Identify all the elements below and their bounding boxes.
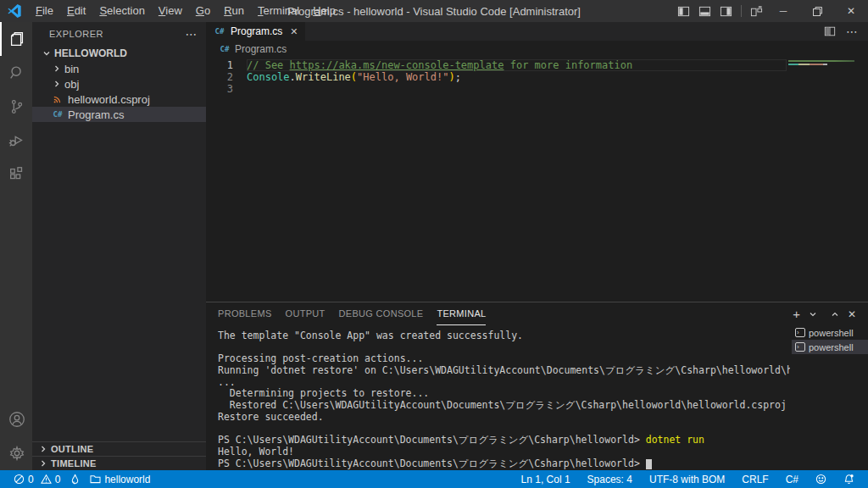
menu-bar: File Edit Selection View Go Run Terminal…: [29, 0, 342, 22]
cursor-position-status[interactable]: Ln 1, Col 1: [516, 470, 576, 488]
breadcrumb-item: Program.cs: [235, 43, 287, 55]
search-icon[interactable]: [0, 56, 32, 90]
csproj-file-icon: [51, 93, 64, 105]
close-tab-icon[interactable]: ✕: [290, 26, 298, 37]
explorer-more-actions-icon[interactable]: ⋯: [186, 27, 198, 41]
chevron-right-icon: [37, 443, 49, 455]
close-window-button[interactable]: ✕: [834, 0, 868, 22]
split-editor-icon[interactable]: [824, 25, 836, 37]
chevron-right-icon: [37, 458, 49, 469]
menu-terminal[interactable]: Terminal: [251, 0, 306, 22]
encoding-status[interactable]: UTF-8 with BOM: [644, 470, 730, 488]
menu-file[interactable]: File: [29, 0, 60, 22]
code-line-3[interactable]: 3: [206, 83, 868, 95]
minimize-button[interactable]: ─: [766, 0, 800, 22]
terminal-icon: ›: [795, 328, 805, 337]
problems-status[interactable]: 0 0: [8, 470, 65, 488]
source-control-icon[interactable]: [0, 90, 32, 124]
tab-problems[interactable]: PROBLEMS: [218, 303, 272, 325]
omnisharp-flame-status[interactable]: [65, 470, 85, 488]
bottom-panel: PROBLEMS OUTPUT DEBUG CONSOLE TERMINAL +…: [206, 302, 868, 470]
menu-view[interactable]: View: [152, 0, 189, 22]
warning-count: 0: [55, 474, 61, 485]
line-number: 3: [206, 83, 247, 95]
terminal-profile-dropdown-icon[interactable]: [809, 310, 817, 319]
tree-item-program-cs[interactable]: C# Program.cs: [32, 107, 206, 122]
menu-run[interactable]: Run: [217, 0, 251, 22]
toggle-panel-icon[interactable]: [698, 5, 711, 18]
explorer-icon[interactable]: [0, 22, 32, 56]
terminal-line: Restored C:\Users\WDAGUtilityAccount\Doc…: [218, 400, 790, 412]
workspace-folder-status[interactable]: helloworld: [85, 470, 155, 488]
status-bar: 0 0 helloworld Ln 1, Col 1 Spaces: 4 UTF…: [0, 470, 868, 488]
code-line-1[interactable]: 1 // See https://aka.ms/new-console-temp…: [206, 59, 868, 71]
code-token: WriteLine: [296, 71, 351, 83]
section-label: TIMELINE: [51, 458, 97, 469]
feedback-status[interactable]: [810, 470, 832, 488]
tree-item-label: bin: [64, 63, 79, 75]
vscode-logo-icon: [7, 3, 22, 19]
tree-item-obj[interactable]: obj: [32, 76, 206, 92]
restore-button[interactable]: [800, 0, 834, 22]
terminal-prompt-line: PS C:\Users\WDAGUtilityAccount\Documents…: [218, 435, 790, 446]
vscode-window: File Edit Selection View Go Run Terminal…: [0, 0, 868, 488]
new-terminal-icon[interactable]: +: [793, 307, 800, 321]
csharp-file-icon: C#: [213, 25, 226, 37]
close-panel-icon[interactable]: ✕: [848, 308, 856, 320]
tree-item-csproj[interactable]: helloworld.csproj: [32, 92, 206, 107]
indentation-status[interactable]: Spaces: 4: [582, 470, 637, 488]
outline-section[interactable]: OUTLINE: [32, 441, 206, 456]
account-icon[interactable]: [0, 402, 32, 436]
tree-item-bin[interactable]: bin: [32, 61, 206, 76]
editor-more-actions-icon[interactable]: ⋯: [846, 25, 858, 38]
sidebar-title: EXPLORER: [49, 29, 103, 39]
code-token: (: [351, 71, 357, 83]
terminal-instance-2[interactable]: › powershell: [792, 340, 868, 354]
customize-layout-icon[interactable]: [750, 5, 763, 18]
terminal-line: Processing post-creation actions...: [218, 353, 790, 365]
settings-gear-icon[interactable]: [0, 436, 32, 470]
code-token: ;: [455, 71, 461, 83]
tree-root-label: HELLOWORLD: [54, 47, 127, 59]
tab-debug-console[interactable]: DEBUG CONSOLE: [339, 303, 424, 325]
toggle-sidebar-icon[interactable]: [677, 5, 690, 18]
terminal-cursor: [646, 459, 652, 469]
run-debug-icon[interactable]: [0, 124, 32, 158]
menu-help[interactable]: Help: [306, 0, 342, 22]
extensions-icon[interactable]: [0, 158, 32, 191]
csharp-file-icon: C#: [51, 108, 64, 120]
tab-program-cs[interactable]: C# Program.cs ✕: [206, 22, 306, 41]
title-bar: File Edit Selection View Go Run Terminal…: [0, 0, 868, 22]
csharp-file-icon: C#: [218, 43, 231, 55]
terminal-output[interactable]: The template "Console App" was created s…: [206, 325, 790, 470]
code-link[interactable]: https://aka.ms/new-console-template: [290, 59, 504, 71]
terminal-line: [218, 342, 790, 354]
toggle-secondary-sidebar-icon[interactable]: [720, 5, 732, 18]
menu-edit[interactable]: Edit: [60, 0, 92, 22]
language-mode-status[interactable]: C#: [781, 470, 804, 488]
folder-name: helloworld: [104, 474, 150, 485]
errors-icon: [14, 474, 25, 485]
breadcrumb[interactable]: C# Program.cs: [206, 41, 868, 58]
maximize-panel-icon[interactable]: [831, 310, 839, 319]
tree-root-helloworld[interactable]: HELLOWORLD: [32, 46, 206, 61]
tab-terminal[interactable]: TERMINAL: [437, 303, 486, 325]
timeline-section[interactable]: TIMELINE: [32, 456, 206, 470]
tab-output[interactable]: OUTPUT: [286, 303, 326, 325]
code-line-2[interactable]: 2 Console.WriteLine("Hello, World!");: [206, 71, 868, 83]
feedback-smiley-icon: [815, 474, 826, 485]
terminal-instance-1[interactable]: › powershell: [792, 325, 868, 340]
line-number: 2: [206, 71, 247, 83]
code-editor[interactable]: 1 // See https://aka.ms/new-console-temp…: [206, 58, 868, 302]
tree-item-label: obj: [64, 78, 79, 91]
minimap[interactable]: [788, 60, 860, 94]
menu-selection[interactable]: Selection: [92, 0, 151, 22]
menu-go[interactable]: Go: [189, 0, 217, 22]
code-comment: // See: [247, 59, 290, 71]
eol-status[interactable]: CRLF: [737, 470, 773, 488]
chevron-right-icon: [51, 78, 63, 90]
section-label: OUTLINE: [51, 444, 93, 454]
terminal-line: The template "Console App" was created s…: [218, 330, 790, 342]
terminal-line: [218, 424, 790, 435]
notifications-status[interactable]: [838, 470, 860, 488]
